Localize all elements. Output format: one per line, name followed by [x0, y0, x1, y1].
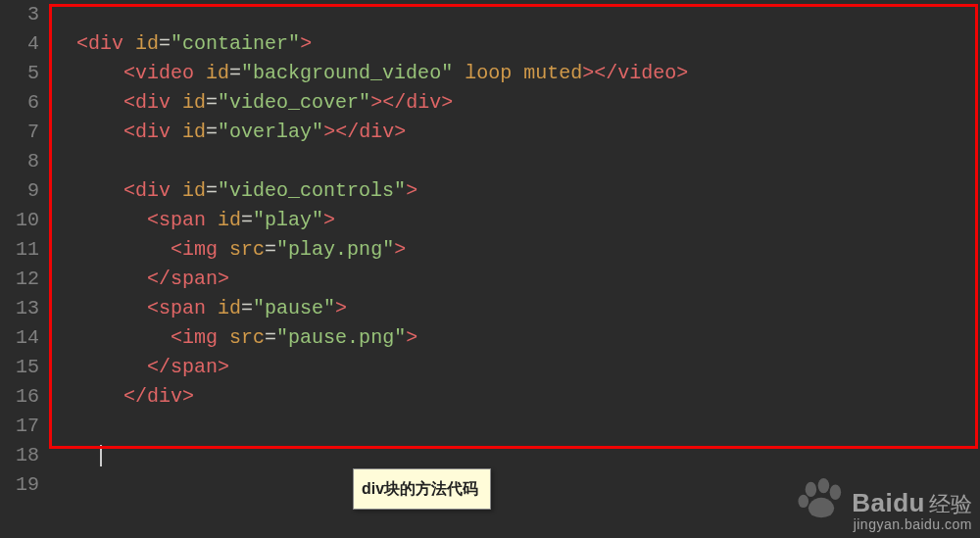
line-number: 13	[0, 294, 47, 323]
line-number: 11	[0, 235, 47, 265]
code-line: <img src="pause.png">	[53, 323, 980, 353]
code-area[interactable]: <div id="container"> <video id="backgrou…	[47, 0, 980, 538]
text-cursor	[100, 445, 102, 466]
code-editor: 345678910111213141516171819 <div id="con…	[0, 0, 980, 538]
line-number: 3	[0, 0, 47, 29]
line-number: 18	[0, 441, 47, 470]
code-line: </span>	[53, 265, 980, 294]
line-number: 6	[0, 88, 47, 118]
line-number: 5	[0, 59, 47, 88]
code-line: <div id="video_cover"></div>	[53, 88, 980, 118]
code-line	[53, 412, 980, 441]
code-line: <img src="play.png">	[53, 235, 980, 265]
annotation-tooltip: div块的方法代码	[353, 468, 491, 510]
code-line	[53, 441, 980, 470]
line-number: 10	[0, 206, 47, 235]
code-line: </span>	[53, 353, 980, 382]
code-line: <div id="video_controls">	[53, 176, 980, 206]
tooltip-text: div块的方法代码	[362, 480, 478, 497]
line-number: 19	[0, 470, 47, 500]
code-line: <video id="background_video" loop muted>…	[53, 59, 980, 88]
line-number: 17	[0, 412, 47, 441]
line-number: 12	[0, 265, 47, 294]
line-number: 8	[0, 147, 47, 176]
code-line: <div id="overlay"></div>	[53, 118, 980, 147]
line-number-gutter: 345678910111213141516171819	[0, 0, 47, 538]
code-line: <span id="play">	[53, 206, 980, 235]
code-line	[53, 147, 980, 176]
code-line: </div>	[53, 382, 980, 412]
line-number: 15	[0, 353, 47, 382]
code-line	[53, 470, 980, 500]
line-number: 9	[0, 176, 47, 206]
line-number: 14	[0, 323, 47, 353]
line-number: 16	[0, 382, 47, 412]
code-line: <span id="pause">	[53, 294, 980, 323]
line-number: 4	[0, 29, 47, 59]
line-number: 7	[0, 118, 47, 147]
code-line: <div id="container">	[53, 29, 980, 59]
